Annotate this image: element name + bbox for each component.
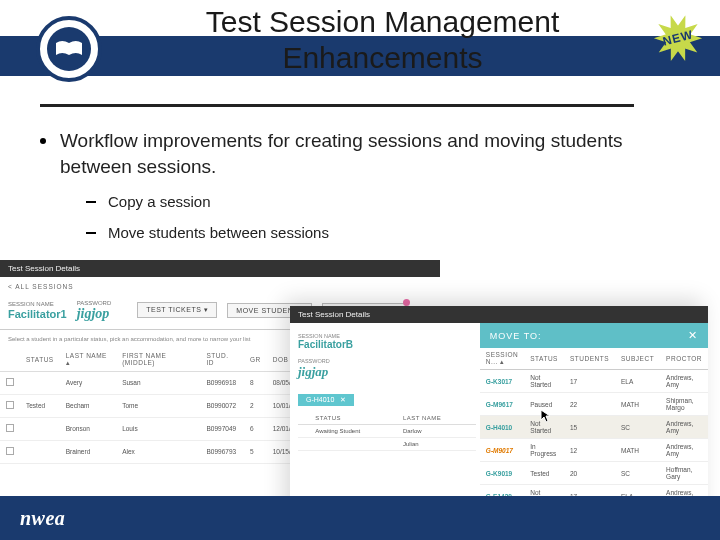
body-content: Workflow improvements for creating sessi… [40,128,680,241]
checkbox[interactable] [6,378,14,386]
sub-bullet-2: Move students between sessions [86,224,680,241]
highlight-dot-icon [403,299,410,306]
close-icon[interactable]: ✕ [340,396,346,403]
col-header[interactable]: STATUS [20,348,60,372]
close-icon[interactable]: ✕ [688,329,698,342]
col-header[interactable]: LAST NAME ▴ [60,348,116,372]
move-to-title: MOVE TO: [490,331,542,341]
table-row[interactable]: Awaiting StudentDarlow [298,425,476,438]
title-line-1: Test Session Management [206,5,560,38]
cursor-icon [540,409,554,423]
bullet-main-text: Workflow improvements for creating sessi… [60,128,680,179]
table-row[interactable]: G-K3017Not Started17ELAAndrews, Amy [480,370,708,393]
brand-logo [36,16,102,82]
header-rule [40,104,634,107]
filter-pill-text: G-H4010 [306,396,334,403]
sub-bullet-1: Copy a session [86,193,680,210]
slide-header: Test Session Management Enhancements NEW [0,0,720,95]
test-tickets-button[interactable]: TEST TICKETS ▾ [137,302,217,318]
breadcrumb[interactable]: < ALL SESSIONS [0,277,440,296]
title-line-2: Enhancements [282,41,482,74]
table-row[interactable]: G-M9017In Progress12MATHAndrews, Amy [480,439,708,462]
col-header[interactable]: GR [244,348,267,372]
table-row[interactable]: Julian [298,438,476,451]
table-row[interactable]: G-K9019Tested20SCHoffman, Gary [480,462,708,485]
checkbox[interactable] [6,401,14,409]
session-name: Facilitator1 [8,308,67,320]
col-header[interactable] [0,348,20,372]
col-header[interactable] [298,412,311,425]
book-icon [54,39,84,59]
bullet-dot-icon [40,138,46,144]
col-header[interactable]: LAST NAME [399,412,476,425]
new-badge-text: NEW [649,9,707,67]
table-row[interactable]: G-H4010Not Started15SCAndrews, Amy [480,416,708,439]
dash-icon [86,201,96,203]
col-header[interactable]: FIRST NAME (MIDDLE) [116,348,200,372]
col-header[interactable]: STUDENTS [564,348,615,370]
col-header[interactable]: STUD. ID [200,348,243,372]
bullet-main: Workflow improvements for creating sessi… [40,128,680,179]
col-header[interactable]: SUBJECT [615,348,660,370]
col-header[interactable]: STATUS [524,348,564,370]
selected-students-table: STATUSLAST NAME Awaiting StudentDarlowJu… [298,412,476,451]
table-row[interactable]: G-M9617Paused22MATHShipman, Margo [480,393,708,416]
page-title: Test Session Management Enhancements [115,4,650,76]
session-password: jigjop [77,307,112,321]
session-name-b: FacilitatorB [298,339,476,350]
sub-bullet-2-text: Move students between sessions [108,224,329,241]
checkbox[interactable] [6,424,14,432]
footer-bar: nwea [0,496,720,540]
col-header[interactable]: SESSION N... ▴ [480,348,524,370]
label-session-name: SESSION NAME [8,301,67,308]
col-header[interactable]: STATUS [311,412,399,425]
col-header[interactable]: PROCTOR [660,348,708,370]
move-to-header: MOVE TO: ✕ [480,323,708,348]
screenshot1-titlebar: Test Session Details [0,260,440,277]
dash-icon [86,232,96,234]
screenshot2-titlebar: Test Session Details [290,306,708,323]
sub-bullet-1-text: Copy a session [108,193,211,210]
footer-brand: nwea [20,508,65,528]
filter-pill[interactable]: G-H4010✕ [298,394,354,406]
checkbox[interactable] [6,447,14,455]
session-password-b: jigjap [298,364,476,380]
new-badge: NEW [654,14,702,62]
